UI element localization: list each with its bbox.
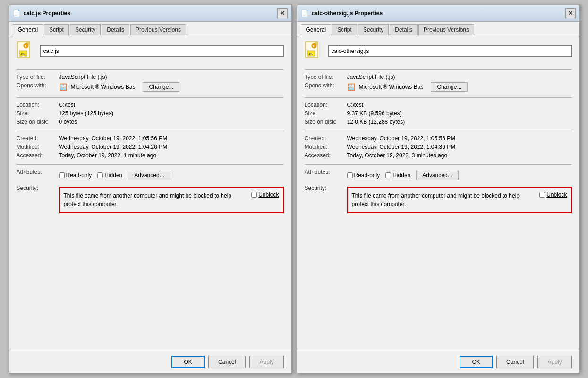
readonly-input-2[interactable] xyxy=(347,172,353,178)
svg-text:JS: JS xyxy=(20,52,25,56)
tab-general-1[interactable]: General xyxy=(13,24,43,35)
tab-previous-versions-1[interactable]: Previous Versions xyxy=(130,24,186,35)
title-icon-2: 📄 xyxy=(301,9,309,17)
created-value-2: Wednesday, October 19, 2022, 1:05:56 PM xyxy=(347,135,456,142)
filename-input-2[interactable] xyxy=(328,45,572,57)
change-button-2[interactable]: Change... xyxy=(431,82,468,92)
readonly-checkbox-2[interactable]: Read-only xyxy=(347,172,380,179)
divider-1a xyxy=(17,69,284,70)
advanced-button-2[interactable]: Advanced... xyxy=(416,171,458,180)
ok-button-2[interactable]: OK xyxy=(460,356,493,368)
opens-with-label-2: Opens with: xyxy=(305,82,347,89)
readonly-label-2: Read-only xyxy=(354,172,380,179)
modified-label-2: Modified: xyxy=(305,144,347,150)
tab-details-1[interactable]: Details xyxy=(102,24,129,35)
hidden-input-2[interactable] xyxy=(385,172,391,178)
created-row-2: Created: Wednesday, October 19, 2022, 1:… xyxy=(305,135,572,142)
cancel-button-2[interactable]: Cancel xyxy=(496,356,534,368)
hidden-checkbox-2[interactable]: Hidden xyxy=(385,172,410,179)
tab-security-2[interactable]: Security xyxy=(358,24,389,35)
cancel-button-1[interactable]: Cancel xyxy=(208,356,246,368)
dialog-calc-othersig-js: 📄 calc-othersig.js Properties ✕ General … xyxy=(297,5,580,373)
size-on-disk-value-2: 12.0 KB (12,288 bytes) xyxy=(347,119,405,125)
unblock-label-text-2: Unblock xyxy=(546,191,567,198)
hidden-checkbox-1[interactable]: Hidden xyxy=(97,172,122,179)
footer-1: OK Cancel Apply xyxy=(9,351,291,373)
location-value-2: C:\test xyxy=(347,102,364,108)
divider-1b xyxy=(17,97,284,98)
apply-button-2[interactable]: Apply xyxy=(537,356,571,368)
divider-2d xyxy=(305,164,572,165)
readonly-input-1[interactable] xyxy=(59,172,65,178)
size-on-disk-row-1: Size on disk: 0 bytes xyxy=(17,119,284,125)
tab-details-2[interactable]: Details xyxy=(390,24,418,35)
size-on-disk-value-1: 0 bytes xyxy=(59,119,77,125)
unblock-input-2[interactable] xyxy=(539,192,545,198)
type-label-1: Type of file: xyxy=(17,74,59,80)
size-on-disk-row-2: Size on disk: 12.0 KB (12,288 bytes) xyxy=(305,119,572,125)
file-header-1: JS $ xyxy=(17,41,284,61)
attributes-label-2: Attributes: xyxy=(305,169,347,175)
tab-script-1[interactable]: Script xyxy=(44,24,69,35)
tab-security-1[interactable]: Security xyxy=(70,24,101,35)
tab-previous-versions-2[interactable]: Previous Versions xyxy=(418,24,474,35)
file-header-2: JS $ xyxy=(305,41,572,61)
opens-with-row-2: Opens with: 🪟 Microsoft ® Windows Bas Ch… xyxy=(305,82,572,92)
type-value-1: JavaScript File (.js) xyxy=(59,74,107,80)
ok-button-1[interactable]: OK xyxy=(171,356,205,368)
tabs-1: General Script Security Details Previous… xyxy=(9,22,291,35)
divider-2b xyxy=(305,97,572,98)
apply-button-1[interactable]: Apply xyxy=(249,356,283,368)
divider-2c xyxy=(305,131,572,131)
accessed-label-1: Accessed: xyxy=(17,152,59,159)
created-row-1: Created: Wednesday, October 19, 2022, 1:… xyxy=(17,135,284,142)
opens-with-text-1: Microsoft ® Windows Bas xyxy=(71,84,136,90)
size-row-1: Size: 125 bytes (125 bytes) xyxy=(17,110,284,117)
unblock-checkbox-1[interactable]: Unblock xyxy=(251,191,279,198)
file-icon-1: JS $ xyxy=(17,41,34,61)
footer-2: OK Cancel Apply xyxy=(297,351,579,373)
size-on-disk-label-2: Size on disk: xyxy=(305,119,347,125)
security-box-1: This file came from another computer and… xyxy=(59,187,284,213)
created-value-1: Wednesday, October 19, 2022, 1:05:56 PM xyxy=(59,135,168,142)
created-label-2: Created: xyxy=(305,135,347,142)
hidden-label-2: Hidden xyxy=(392,172,410,179)
opens-with-label-1: Opens with: xyxy=(17,82,59,89)
attributes-row-2: Attributes: Read-only Hidden Advanced... xyxy=(305,169,572,180)
unblock-checkbox-2[interactable]: Unblock xyxy=(539,191,567,198)
location-row-2: Location: C:\test xyxy=(305,102,572,108)
readonly-checkbox-1[interactable]: Read-only xyxy=(59,172,92,179)
tab-general-2[interactable]: General xyxy=(301,24,332,35)
hidden-input-1[interactable] xyxy=(97,172,103,178)
change-button-1[interactable]: Change... xyxy=(143,82,179,92)
security-label-2: Security: xyxy=(305,185,347,191)
size-on-disk-label-1: Size on disk: xyxy=(17,119,59,125)
unblock-input-1[interactable] xyxy=(251,192,257,198)
close-button-2[interactable]: ✕ xyxy=(565,8,576,18)
attributes-label-1: Attributes: xyxy=(17,169,59,175)
modified-row-1: Modified: Wednesday, October 19, 2022, 1… xyxy=(17,144,284,150)
content-2: JS $ Type of file: JavaScript File (.js)… xyxy=(297,35,579,351)
security-label-1: Security: xyxy=(17,185,59,191)
filename-input-1[interactable] xyxy=(40,45,284,57)
title-bar-2: 📄 calc-othersig.js Properties ✕ xyxy=(297,5,579,22)
dialog-calc-js: 📄 calc.js Properties ✕ General Script Se… xyxy=(9,5,292,373)
type-row-1: Type of file: JavaScript File (.js) xyxy=(17,74,284,80)
file-icon-2: JS $ xyxy=(305,41,323,61)
svg-text:JS: JS xyxy=(308,52,313,56)
tab-script-2[interactable]: Script xyxy=(332,24,357,35)
divider-2a xyxy=(305,69,572,70)
close-button-1[interactable]: ✕ xyxy=(277,8,288,18)
title-text-1: calc.js Properties xyxy=(24,10,70,17)
security-text-2: This file came from another computer and… xyxy=(352,191,536,208)
size-label-2: Size: xyxy=(305,110,347,117)
modified-value-1: Wednesday, October 19, 2022, 1:04:20 PM xyxy=(59,144,168,150)
unblock-label-text-1: Unblock xyxy=(258,191,279,198)
opens-with-value-2: 🪟 Microsoft ® Windows Bas Change... xyxy=(347,82,468,92)
readonly-label-1: Read-only xyxy=(66,172,92,179)
type-value-2: JavaScript File (.js) xyxy=(347,74,395,80)
attributes-row-1: Attributes: Read-only Hidden Advanced... xyxy=(17,169,284,180)
advanced-button-1[interactable]: Advanced... xyxy=(128,171,170,180)
accessed-label-2: Accessed: xyxy=(305,152,347,159)
size-value-2: 9.37 KB (9,596 bytes) xyxy=(347,110,402,117)
